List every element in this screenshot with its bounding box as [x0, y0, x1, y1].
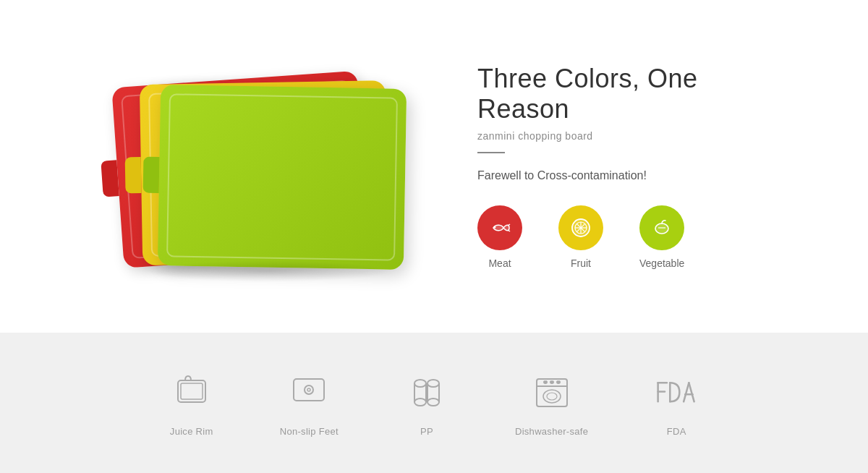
fruit-label: Fruit [571, 257, 591, 269]
dishwasher-safe-label: Dishwasher-safe [515, 426, 588, 437]
board-green-inner [166, 93, 398, 260]
non-slip-feet-label: Non-slip Feet [280, 426, 339, 437]
product-title: Three Colors, One Reason [477, 64, 796, 124]
fda-label: FDA [667, 426, 686, 437]
svg-point-12 [305, 385, 313, 394]
juice-rim-label: Juice Rim [170, 426, 213, 437]
dishwasher-safe-icon [529, 370, 575, 416]
product-tagline: Farewell to Cross-contamination! [477, 169, 796, 182]
category-item-fruit: Fruit [558, 205, 603, 269]
board-shadow [145, 260, 391, 282]
vegetable-label: Vegetable [639, 257, 684, 269]
feature-juice-rim: Juice Rim [169, 370, 215, 437]
meat-icon [488, 216, 512, 240]
svg-point-18 [427, 380, 439, 387]
feature-dishwasher-safe: Dishwasher-safe [515, 370, 588, 437]
feature-pp: PP [404, 370, 450, 437]
category-icons: Meat Fruit [477, 205, 796, 269]
category-item-vegetable: Vegetable [639, 205, 684, 269]
meat-icon-circle [477, 205, 522, 250]
board-green [158, 85, 407, 270]
svg-point-25 [547, 393, 557, 400]
feature-non-slip-feet: Non-slip Feet [280, 370, 339, 437]
category-item-meat: Meat [477, 205, 522, 269]
svg-point-7 [655, 223, 668, 234]
title-divider [477, 152, 505, 153]
fda-icon [653, 370, 699, 416]
fruit-icon [569, 216, 593, 240]
vegetable-icon [650, 216, 674, 240]
svg-rect-11 [294, 379, 324, 401]
product-image-area [72, 14, 448, 318]
pp-label: PP [420, 426, 433, 437]
svg-point-0 [494, 226, 496, 229]
svg-point-17 [414, 399, 426, 406]
fruit-icon-circle [558, 205, 603, 250]
svg-point-24 [543, 390, 561, 403]
svg-point-21 [427, 399, 439, 406]
feature-fda: FDA [653, 370, 699, 437]
svg-line-31 [689, 383, 694, 401]
bottom-section: Juice Rim Non-slip Feet [0, 333, 868, 473]
svg-rect-10 [181, 383, 203, 399]
board-stack [123, 58, 398, 275]
pp-icon [404, 370, 450, 416]
meat-label: Meat [488, 257, 511, 269]
top-section: Three Colors, One Reason zanmini choppin… [0, 0, 868, 333]
non-slip-feet-icon [286, 370, 332, 416]
svg-point-13 [307, 388, 310, 391]
juice-rim-icon [169, 370, 215, 416]
product-info: Three Colors, One Reason zanmini choppin… [477, 49, 796, 284]
svg-line-30 [684, 383, 689, 401]
svg-point-14 [414, 380, 426, 387]
product-subtitle: zanmini chopping board [477, 130, 796, 142]
vegetable-icon-circle [639, 205, 684, 250]
